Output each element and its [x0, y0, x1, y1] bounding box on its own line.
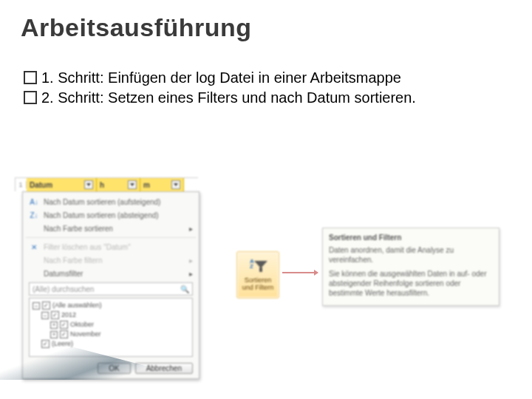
menu-label: Nach Datum sortieren (aufsteigend) [44, 198, 160, 206]
ribbon-sort-filter-button[interactable]: AZ Sortieren und Filtern [236, 251, 279, 299]
menu-label: Datumsfilter [44, 270, 83, 278]
bullet-2-text: Setzen eines Filters und nach Datum sort… [103, 89, 415, 106]
expand-icon[interactable]: – [41, 312, 49, 319]
expand-icon[interactable]: + [50, 331, 58, 338]
filter-arrow-icon[interactable] [128, 180, 137, 189]
col-header-datum[interactable]: Datum [27, 178, 97, 191]
blank-icon [29, 268, 39, 279]
callout-p1: Daten anordnen, damit die Analyse zu ver… [329, 245, 493, 265]
filter-by-color: Nach Farbe filtern▸ [23, 253, 199, 267]
az-icon: AZ [250, 259, 254, 269]
callout-title: Sortieren und Filtern [329, 233, 493, 242]
checkbox-icon[interactable]: ✓ [51, 311, 59, 319]
filter-arrow-icon[interactable] [84, 180, 93, 189]
row-number: 1 [16, 181, 27, 188]
header-row: 1 Datum h m [15, 177, 198, 191]
slide-body: 1. Schritt: Einfügen der log Datei in ei… [24, 68, 511, 108]
blank-icon [29, 223, 39, 233]
menu-label: Nach Datum sortieren (absteigend) [44, 211, 159, 219]
tree-label: November [70, 330, 101, 339]
tree-label: Oktober [70, 320, 94, 330]
blank-icon [29, 255, 39, 265]
col-header-label: Datum [30, 181, 52, 189]
callout-p2: Sie können die ausgewählten Daten in auf… [329, 269, 493, 298]
sort-descending[interactable]: Z↓Nach Datum sortieren (absteigend) [23, 208, 199, 222]
funnel-icon [254, 261, 267, 271]
clear-filter: ✕Filter löschen aus "Datum" [23, 240, 199, 253]
tree-label: (Alle auswählen) [52, 301, 102, 310]
ribbon-label: Sortieren und Filtern [242, 276, 274, 291]
tree-month-2[interactable]: +✓November [33, 330, 189, 339]
checkbox-icon[interactable]: ✓ [60, 330, 68, 338]
expand-icon[interactable]: + [50, 321, 58, 329]
submenu-arrow-icon: ▸ [189, 225, 193, 233]
tree-label: 2012 [61, 310, 76, 320]
search-icon: 🔍 [180, 285, 189, 293]
search-placeholder: (Alle) durchsuchen [33, 285, 94, 293]
bullet-box-icon [24, 71, 37, 84]
col-header-h[interactable]: h [97, 178, 140, 191]
submenu-arrow-icon: ▸ [189, 270, 193, 278]
sort-by-color[interactable]: Nach Farbe sortieren▸ [23, 222, 199, 235]
bullet-1-text: Einfügen der log Datei in einer Arbeitsm… [103, 69, 400, 86]
sort-asc-icon: A↓ [29, 197, 39, 207]
tree-month-1[interactable]: +✓Oktober [33, 320, 189, 330]
tree-all[interactable]: –✓(Alle auswählen) [33, 301, 189, 310]
submenu-arrow-icon: ▸ [189, 256, 193, 265]
ribbon-label-l2: und Filtern [242, 284, 274, 291]
bullet-box-icon [24, 91, 37, 104]
menu-label: Nach Farbe filtern [44, 256, 102, 265]
separator [26, 237, 196, 238]
col-header-label: m [143, 181, 150, 189]
tooltip-callout: Sortieren und Filtern Daten anordnen, da… [322, 228, 499, 306]
bullet-2-lead: 2. Schritt: [41, 89, 103, 106]
tree-year[interactable]: –✓2012 [33, 310, 189, 320]
sort-ascending[interactable]: A↓Nach Datum sortieren (aufsteigend) [23, 195, 199, 208]
ribbon-label-l1: Sortieren [245, 276, 272, 284]
col-header-label: h [100, 181, 104, 189]
checkbox-icon[interactable]: ✓ [42, 301, 50, 310]
col-header-m[interactable]: m [140, 178, 184, 191]
funnel-clear-icon: ✕ [29, 242, 39, 252]
bullet-1-lead: 1. Schritt: [41, 69, 103, 86]
callout-arrow-icon [282, 272, 318, 273]
bullet-1: 1. Schritt: Einfügen der log Datei in ei… [24, 68, 511, 88]
date-filter[interactable]: Datumsfilter▸ [23, 267, 199, 280]
menu-label: Nach Farbe sortieren [44, 225, 113, 233]
sort-filter-icon: AZ [248, 259, 267, 275]
menu-label: Filter löschen aus "Datum" [44, 243, 131, 251]
checkbox-icon[interactable]: ✓ [60, 321, 68, 329]
slide-title: Arbeitsausführung [21, 13, 252, 42]
filter-arrow-icon[interactable] [171, 180, 180, 189]
filter-search-input[interactable]: (Alle) durchsuchen🔍 [29, 282, 193, 296]
expand-icon[interactable]: – [33, 302, 40, 310]
bullet-2: 2. Schritt: Setzen eines Filters und nac… [24, 88, 511, 108]
sort-desc-icon: Z↓ [29, 210, 39, 220]
